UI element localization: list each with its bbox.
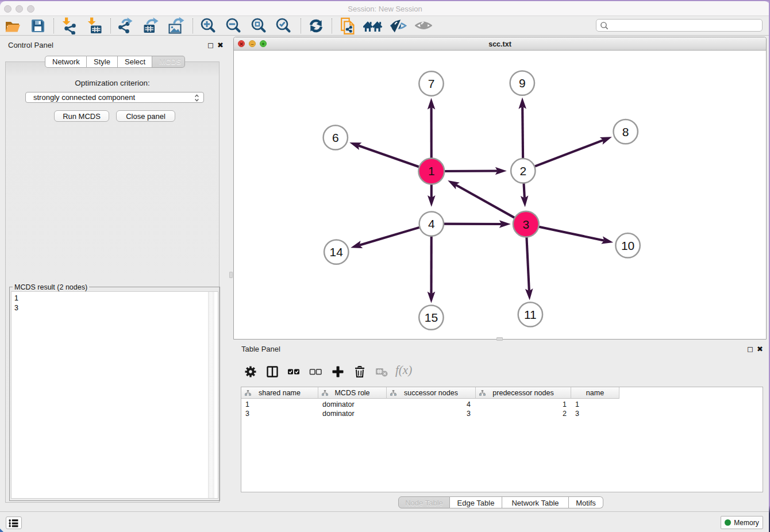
- svg-text:6: 6: [332, 131, 339, 144]
- svg-text:4: 4: [428, 217, 435, 230]
- svg-text:8: 8: [622, 125, 629, 138]
- svg-text:1: 1: [428, 164, 435, 178]
- svg-text:14: 14: [330, 245, 344, 259]
- svg-text:15: 15: [425, 311, 438, 324]
- svg-text:7: 7: [428, 77, 435, 90]
- svg-text:9: 9: [519, 76, 526, 90]
- svg-text:11: 11: [524, 308, 537, 321]
- svg-text:10: 10: [621, 239, 634, 252]
- svg-text:2: 2: [519, 164, 526, 178]
- svg-text:3: 3: [522, 218, 529, 231]
